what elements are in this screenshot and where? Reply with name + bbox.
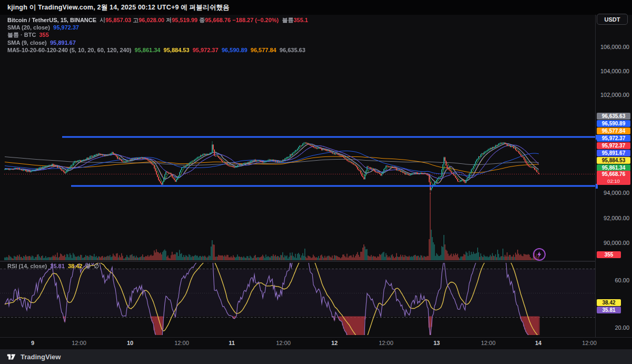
- indicator-price-label: 96,577.84: [597, 127, 630, 134]
- usdt-button[interactable]: USDT: [597, 14, 628, 25]
- legend-part: 96,635.63: [280, 47, 305, 53]
- indicator-price-label: 95,861.34: [597, 164, 630, 171]
- legend-part: 95,857.03: [105, 17, 133, 23]
- time-axis[interactable]: 912:001012:001112:001212:001312:001412:0…: [0, 337, 632, 349]
- legend-part: 355.1: [293, 17, 308, 23]
- tradingview-logo-icon[interactable]: [6, 352, 17, 361]
- tradingview-snapshot: kjingh 이 TradingView.com, 2월 14, 2025 00…: [0, 0, 632, 364]
- legend-part: 95,861.34: [135, 47, 164, 53]
- rsi-legend-part: 38.42: [68, 263, 86, 269]
- price-tick: 106,000.00: [600, 44, 629, 50]
- rsi-legend[interactable]: RSI (14, close) 35.81 38.42 ∅ ∅: [7, 263, 99, 270]
- indicator-price-label: 95,891.67: [597, 150, 630, 156]
- legend-part: 저: [166, 17, 172, 23]
- legend-part: 고: [133, 17, 139, 23]
- legend-row-1[interactable]: SMA (20, close) 95,972.37: [7, 24, 308, 31]
- price-tick: 92,000.00: [604, 215, 629, 221]
- time-label: 12:00: [174, 340, 189, 346]
- publish-text: kjingh 이 TradingView.com, 2월 14, 2025 00…: [7, 3, 230, 12]
- rsi-legend-part: ∅ ∅: [86, 263, 99, 269]
- time-label: 9: [31, 340, 34, 346]
- legend-part: SMA (9, close): [7, 40, 50, 46]
- symbol-legend[interactable]: Bitcoin / TetherUS, 15, BINANCE 시95,857.…: [7, 16, 308, 54]
- legend-row-4[interactable]: MA5-10-20-60-120-240 (5, 10, 20, 60, 120…: [7, 46, 308, 54]
- brand-name[interactable]: TradingView: [21, 353, 61, 361]
- price-axis[interactable]: 106,000.00104,000.00102,000.0094,000.009…: [595, 15, 632, 337]
- time-label: 12: [331, 340, 338, 346]
- legend-row-2[interactable]: 볼륨 · BTC 355: [7, 31, 308, 38]
- indicator-price-label: 96,590.89: [597, 120, 630, 127]
- indicator-price-label: 95,972.37: [597, 135, 630, 142]
- legend-part: 96,028.00: [139, 17, 166, 23]
- rsi-tick: 20.00: [615, 324, 629, 331]
- legend-part: 볼륨 · BTC: [7, 32, 39, 38]
- legend-part: 95,884.53: [164, 47, 193, 53]
- current-price: 95,668.76: [597, 171, 630, 178]
- volume-value-label: 355: [597, 251, 621, 258]
- boost-button[interactable]: [533, 248, 546, 261]
- legend-part: MA5-10-20-60-120-240 (5, 10, 20, 60, 120…: [7, 47, 135, 53]
- time-label: 12:00: [276, 340, 291, 346]
- time-label: 12:00: [379, 340, 393, 346]
- indicator-price-label: 95,884.53: [597, 157, 630, 164]
- legend-part: 95,972.37: [193, 47, 222, 53]
- legend-part: 볼륨: [282, 17, 293, 23]
- price-tick: 102,000.00: [600, 92, 629, 98]
- legend-row-0[interactable]: Bitcoin / TetherUS, 15, BINANCE 시95,857.…: [7, 16, 308, 24]
- time-label: 13: [433, 340, 440, 346]
- legend-part: 95,972.37: [53, 24, 79, 31]
- rsi-value-label: 35.81: [597, 307, 621, 313]
- rsi-value-label: 38.42: [597, 299, 621, 306]
- legend-part: 95,668.76: [205, 17, 232, 23]
- current-price-label: 95,668.7602:10: [597, 171, 630, 185]
- legend-part: SMA (20, close): [7, 24, 53, 31]
- legend-part: 95,519.99: [172, 17, 199, 23]
- legend-row-3[interactable]: SMA (9, close) 95,891.67: [7, 39, 308, 46]
- hline-axis-marker: [596, 135, 598, 140]
- bottom-bar: TradingView: [0, 349, 632, 364]
- price-tick: 94,000.00: [604, 190, 629, 196]
- indicator-price-label: 96,635.63: [597, 113, 630, 120]
- legend-part: 시: [100, 17, 105, 23]
- legend-part: Bitcoin / TetherUS, 15, BINANCE: [7, 17, 100, 23]
- time-label: 12:00: [481, 340, 496, 346]
- usdt-label: USDT: [605, 16, 620, 23]
- legend-part: −188.27 (−0.20%): [232, 17, 282, 23]
- rsi-legend-part: RSI (14, close): [7, 263, 50, 269]
- time-label: 10: [127, 340, 133, 346]
- legend-part: 96,577.84: [251, 47, 280, 53]
- rsi-legend-part: 35.81: [50, 263, 68, 269]
- price-chart-canvas[interactable]: [0, 15, 595, 337]
- time-label: 14: [535, 340, 541, 346]
- time-label: 11: [229, 340, 235, 346]
- legend-part: 355: [39, 32, 49, 38]
- time-label: 12:00: [582, 340, 597, 346]
- price-tick: 104,000.00: [600, 68, 629, 74]
- time-label: 12:00: [72, 340, 86, 346]
- lightning-icon: [536, 251, 543, 258]
- rsi-tick: 60.00: [615, 277, 629, 283]
- publish-bar: kjingh 이 TradingView.com, 2월 14, 2025 00…: [0, 0, 632, 15]
- legend-part: 종: [199, 17, 205, 23]
- legend-part: 95,891.67: [50, 40, 76, 46]
- countdown: 02:10: [597, 178, 630, 184]
- price-tick: 90,000.00: [604, 240, 629, 246]
- indicator-price-label: 95,972.37: [597, 142, 630, 149]
- legend-part: 96,590.89: [222, 47, 251, 53]
